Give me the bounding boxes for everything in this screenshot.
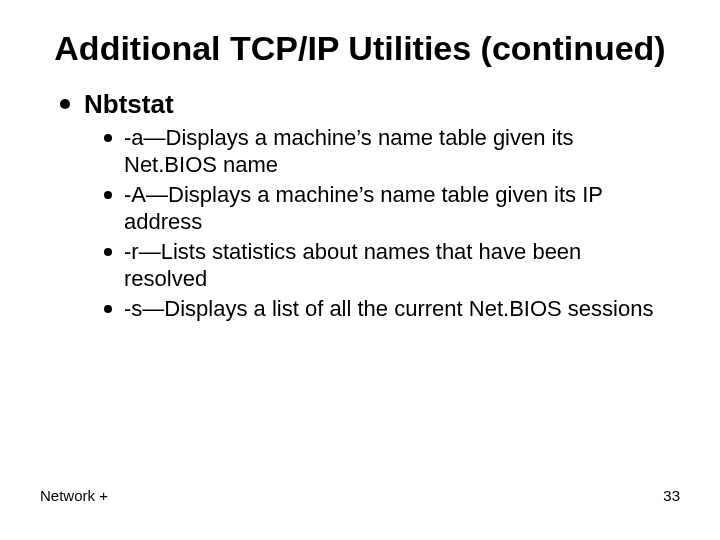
slide: Additional TCP/IP Utilities (continued) … xyxy=(0,0,720,540)
list-item-label: -A—Displays a machine’s name table given… xyxy=(124,181,670,236)
slide-content: Nbtstat -a—Displays a machine’s name tab… xyxy=(40,89,680,323)
sublist: -a—Displays a machine’s name table given… xyxy=(60,124,680,323)
bullet-icon xyxy=(104,248,112,256)
list-item-label: -s—Displays a list of all the current Ne… xyxy=(124,295,653,323)
list-item: Nbtstat xyxy=(60,89,680,120)
list-item: -r—Lists statistics about names that hav… xyxy=(104,238,670,293)
list-item-label: -a—Displays a machine’s name table given… xyxy=(124,124,670,179)
bullet-icon xyxy=(60,99,70,109)
slide-number: 33 xyxy=(663,487,680,504)
list-item: -A—Displays a machine’s name table given… xyxy=(104,181,670,236)
list-heading: Nbtstat xyxy=(84,89,174,120)
list-item-label: -r—Lists statistics about names that hav… xyxy=(124,238,670,293)
footer-left: Network + xyxy=(40,487,108,504)
slide-footer: Network + 33 xyxy=(40,487,680,504)
bullet-icon xyxy=(104,305,112,313)
bullet-icon xyxy=(104,134,112,142)
bullet-icon xyxy=(104,191,112,199)
list-item: -s—Displays a list of all the current Ne… xyxy=(104,295,670,323)
list-item: -a—Displays a machine’s name table given… xyxy=(104,124,670,179)
slide-title: Additional TCP/IP Utilities (continued) xyxy=(40,28,680,69)
